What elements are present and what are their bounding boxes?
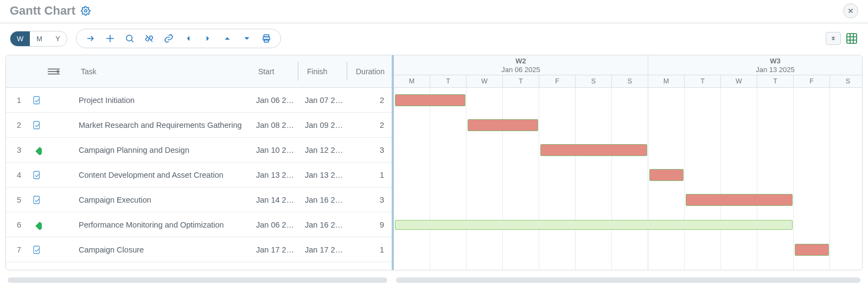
timeline: W2Jan 06 2025W3Jan 13 2025 MTWTFSSMTWTFS… (394, 55, 862, 270)
left-scrollbar[interactable] (8, 277, 387, 283)
task-finish: Jan 09 2025 (302, 121, 350, 129)
unlink-icon[interactable] (139, 31, 159, 46)
export-excel-icon[interactable] (845, 32, 858, 45)
timescale-year[interactable]: Y (49, 31, 67, 46)
task-icon (32, 245, 75, 255)
day-header: F (794, 75, 830, 87)
task-name: Performance Monitoring and Optimization (75, 221, 253, 229)
table-row[interactable]: 6Performance Monitoring and Optimization… (6, 212, 392, 237)
goto-icon[interactable] (81, 31, 100, 46)
timeline-row (394, 187, 862, 212)
table-row[interactable]: 1Project InitiationJan 06 2025Jan 07 202… (6, 88, 392, 113)
task-grid: Task Start Finish Duration 1Project Init… (6, 55, 394, 270)
task-duration: 2 (350, 96, 392, 105)
timescale-month[interactable]: M (30, 31, 49, 46)
day-header: F (539, 75, 576, 87)
task-duration: 3 (350, 146, 392, 154)
next-icon[interactable] (198, 31, 218, 46)
row-number: 6 (6, 221, 32, 229)
right-scrollbar[interactable] (396, 277, 860, 283)
task-duration: 1 (350, 245, 392, 254)
svg-rect-6 (48, 68, 60, 69)
task-duration: 2 (350, 121, 392, 129)
task-start: Jan 14 2025 (253, 196, 302, 204)
task-bar[interactable] (395, 94, 465, 106)
task-bar[interactable] (649, 169, 684, 181)
task-name: Project Initiation (75, 96, 253, 105)
task-name: Campaign Closure (75, 245, 253, 254)
row-number: 3 (6, 146, 32, 154)
table-row[interactable]: 3Campaign Planning and DesignJan 10 2025… (6, 138, 392, 163)
svg-rect-14 (36, 222, 42, 229)
task-icon (32, 195, 75, 205)
task-start: Jan 10 2025 (253, 146, 302, 154)
task-bar[interactable] (686, 194, 793, 206)
day-header: T (685, 75, 721, 87)
close-button[interactable] (843, 3, 858, 18)
task-start: Jan 08 2025 (253, 121, 302, 129)
today-icon[interactable] (100, 31, 120, 46)
search-icon[interactable] (120, 31, 139, 46)
table-row[interactable]: 7Campaign ClosureJan 17 2025Jan 17 20251 (6, 237, 392, 262)
task-bar[interactable] (468, 119, 538, 131)
col-finish[interactable]: Finish (302, 67, 350, 76)
task-name: Content Development and Asset Creation (75, 171, 253, 179)
row-number: 1 (6, 96, 32, 105)
svg-rect-11 (36, 147, 42, 154)
page-title: Gantt Chart (10, 4, 75, 18)
prev-icon[interactable] (178, 31, 198, 46)
link-icon[interactable] (159, 31, 178, 46)
gear-icon[interactable] (81, 6, 91, 16)
task-grid-header: Task Start Finish Duration (6, 55, 392, 88)
svg-point-0 (85, 10, 87, 12)
summary-task-icon (32, 145, 75, 155)
timeline-row (394, 237, 862, 262)
task-start: Jan 13 2025 (253, 171, 302, 179)
day-header: S (830, 75, 862, 87)
task-duration: 1 (350, 171, 392, 179)
task-finish: Jan 13 2025 (302, 171, 350, 179)
day-header: M (394, 75, 430, 87)
col-duration[interactable]: Duration (350, 67, 392, 76)
collapse-down-icon[interactable] (237, 31, 257, 46)
table-row[interactable]: 4Content Development and Asset CreationJ… (6, 163, 392, 187)
day-header: M (648, 75, 685, 87)
print-icon[interactable] (257, 31, 276, 46)
indent-icon[interactable] (32, 67, 75, 76)
table-row[interactable]: 2Market Research and Requirements Gather… (6, 113, 392, 138)
week-header: W2Jan 06 2025 (394, 55, 648, 75)
timeline-row (394, 138, 862, 163)
task-duration: 9 (350, 221, 392, 229)
day-header: S (612, 75, 648, 87)
col-start[interactable]: Start (253, 67, 302, 76)
task-finish: Jan 16 2025 (302, 196, 350, 204)
task-bar[interactable] (795, 244, 829, 256)
task-start: Jan 06 2025 (253, 221, 302, 229)
row-number: 7 (6, 245, 32, 254)
task-bar[interactable] (540, 144, 647, 156)
task-name: Campaign Execution (75, 196, 253, 204)
day-header: S (576, 75, 612, 87)
timescale-week[interactable]: W (10, 31, 30, 46)
task-finish: Jan 07 2025 (302, 96, 350, 105)
collapse-up-icon[interactable] (218, 31, 237, 46)
row-number: 4 (6, 171, 32, 179)
day-header: T (757, 75, 794, 87)
svg-rect-8 (48, 73, 60, 74)
svg-rect-5 (847, 34, 857, 43)
task-finish: Jan 17 2025 (302, 245, 350, 254)
day-header: W (721, 75, 757, 87)
summary-bar[interactable] (395, 220, 793, 230)
row-number: 5 (6, 196, 32, 204)
task-duration: 3 (350, 196, 392, 204)
toolbar-actions (76, 29, 281, 48)
day-header: T (430, 75, 467, 87)
task-icon (32, 170, 75, 180)
table-row[interactable]: 5Campaign ExecutionJan 14 2025Jan 16 202… (6, 187, 392, 212)
day-header: T (503, 75, 539, 87)
svg-point-1 (126, 35, 132, 41)
expand-panel-button[interactable] (826, 32, 841, 45)
week-header: W3Jan 13 2025 (648, 55, 862, 75)
col-task[interactable]: Task (75, 67, 253, 76)
task-name: Campaign Planning and Design (75, 146, 253, 154)
